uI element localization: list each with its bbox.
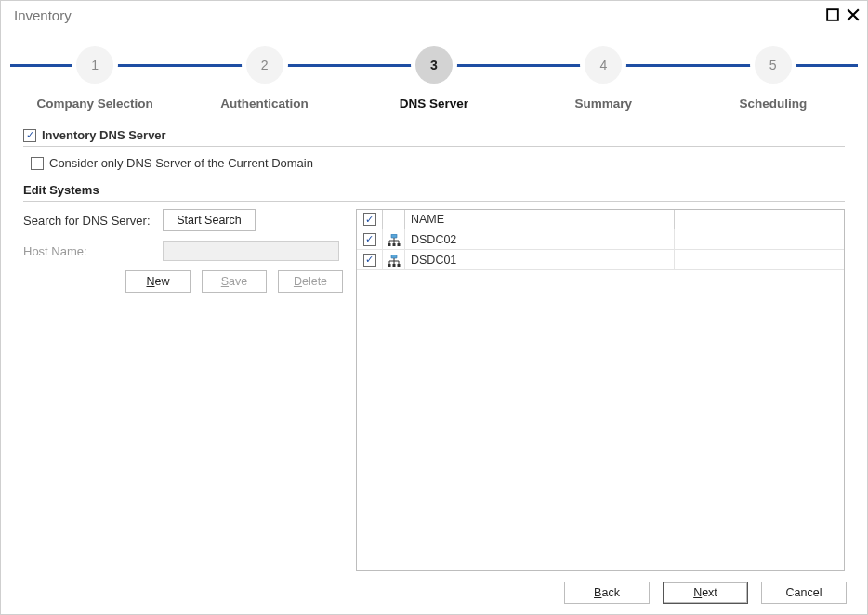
table-row[interactable]: ✓ DSDC02 — [357, 229, 844, 250]
step-number: 5 — [755, 46, 792, 84]
consider-only-checkbox[interactable] — [31, 157, 44, 170]
window-controls — [826, 8, 860, 21]
svg-rect-2 — [388, 243, 390, 246]
cancel-button[interactable]: Cancel — [761, 582, 847, 604]
server-icon — [383, 229, 405, 249]
inventory-window: Inventory 1 Company Selection 2 Authenti… — [0, 0, 868, 615]
svg-rect-3 — [392, 243, 395, 246]
step-label: Company Selection — [37, 97, 153, 111]
content-area: ✓ Inventory DNS Server Consider only DNS… — [1, 117, 867, 571]
step-company-selection[interactable]: 1 Company Selection — [10, 38, 179, 111]
step-number: 4 — [585, 46, 622, 84]
step-label: Summary — [575, 97, 633, 111]
inventory-dns-checkbox[interactable]: ✓ — [23, 129, 36, 142]
host-name-input[interactable] — [163, 241, 339, 261]
row-name: DSDC02 — [405, 229, 675, 249]
header-name[interactable]: NAME — [405, 210, 675, 229]
step-label: Authentication — [220, 97, 309, 111]
step-number: 2 — [246, 46, 283, 84]
consider-only-checkbox-row: Consider only DNS Server of the Current … — [23, 156, 845, 170]
systems-table-panel: ✓ NAME ✓ DSDC02 — [356, 209, 845, 571]
new-button[interactable]: New — [125, 270, 191, 293]
back-button[interactable]: Back — [564, 582, 650, 604]
svg-rect-0 — [827, 9, 838, 20]
svg-rect-5 — [391, 255, 397, 258]
step-dns-server[interactable]: 3 DNS Server — [349, 38, 519, 111]
step-number: 3 — [415, 46, 453, 84]
next-button[interactable]: Next — [663, 582, 748, 604]
host-name-label: Host Name: — [23, 244, 163, 258]
svg-rect-4 — [397, 243, 400, 246]
table-body: ✓ DSDC02 ✓ DSDC01 — [357, 229, 844, 570]
start-search-button[interactable]: Start Search — [163, 209, 256, 231]
table-header: ✓ NAME — [357, 210, 844, 229]
titlebar: Inventory — [1, 1, 867, 29]
edit-systems-title: Edit Systems — [23, 183, 845, 197]
step-label: DNS Server — [400, 97, 468, 111]
row-checkbox[interactable]: ✓ — [363, 233, 376, 246]
svg-rect-8 — [397, 264, 400, 267]
step-authentication[interactable]: 2 Authentication — [179, 38, 349, 111]
search-label: Search for DNS Server: — [23, 214, 163, 228]
step-label: Scheduling — [739, 97, 807, 111]
step-number: 1 — [76, 46, 113, 84]
wizard-stepper: 1 Company Selection 2 Authentication 3 D… — [10, 38, 858, 117]
delete-button[interactable]: Delete — [278, 270, 343, 293]
header-select-all[interactable]: ✓ — [357, 210, 383, 229]
search-panel: Search for DNS Server: Start Search Host… — [23, 209, 339, 571]
row-name: DSDC01 — [405, 250, 675, 269]
step-summary[interactable]: 4 Summary — [519, 38, 688, 111]
save-button[interactable]: Save — [202, 270, 267, 293]
svg-rect-6 — [388, 264, 390, 267]
footer: Back Next Cancel — [1, 571, 867, 614]
window-title: Inventory — [8, 7, 72, 23]
consider-only-label: Consider only DNS Server of the Current … — [49, 156, 313, 170]
svg-rect-1 — [391, 234, 397, 238]
step-scheduling[interactable]: 5 Scheduling — [689, 38, 858, 111]
select-all-checkbox[interactable]: ✓ — [363, 213, 376, 226]
close-icon[interactable] — [847, 8, 860, 21]
row-checkbox[interactable]: ✓ — [363, 254, 376, 267]
header-extra — [675, 210, 844, 229]
table-row[interactable]: ✓ DSDC01 — [357, 250, 844, 270]
svg-rect-7 — [392, 264, 395, 267]
header-icon-col — [383, 210, 405, 229]
inventory-dns-label: Inventory DNS Server — [42, 128, 166, 142]
inventory-dns-checkbox-row: ✓ Inventory DNS Server — [23, 128, 845, 142]
systems-table: ✓ NAME ✓ DSDC02 — [356, 209, 845, 571]
server-icon — [383, 250, 405, 269]
maximize-icon[interactable] — [826, 8, 839, 21]
